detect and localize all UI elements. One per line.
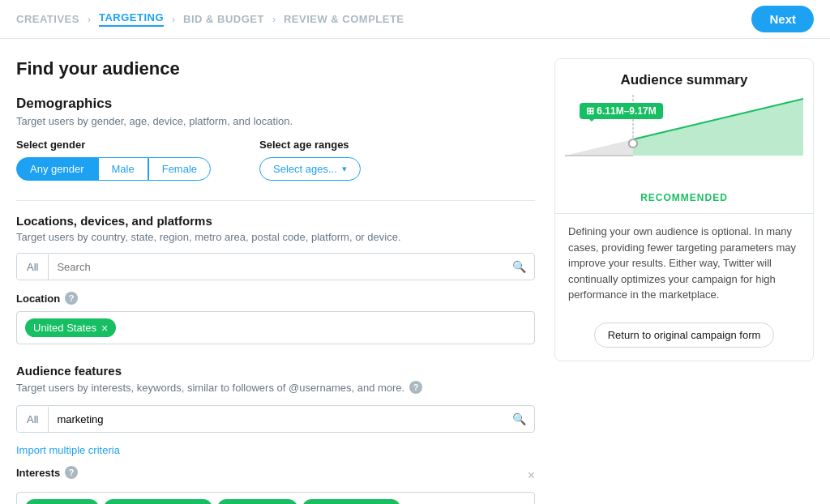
chart-tooltip: ⊞ 6.11M–9.17M xyxy=(580,103,663,119)
audience-search-icon: 🔍 xyxy=(504,406,534,432)
locations-search-prefix: All xyxy=(17,254,49,280)
interests-close-icon[interactable]: × xyxy=(528,468,535,483)
location-tag-us: United States × xyxy=(25,318,116,337)
demographics-section: Demographics Target users by gender, age… xyxy=(16,96,535,181)
gender-field: Select gender Any gender Male Female xyxy=(16,139,211,181)
chevron-icon-2: › xyxy=(172,14,175,25)
left-panel: Find your audience Demographics Target u… xyxy=(16,58,535,504)
location-label: Location xyxy=(16,293,60,305)
audience-features-help-icon[interactable]: ? xyxy=(409,381,422,394)
audience-features-desc: Target users by interests, keywords, sim… xyxy=(16,382,404,394)
locations-section: Locations, devices, and platforms Target… xyxy=(16,214,535,344)
page-title: Find your audience xyxy=(16,58,535,79)
summary-title: Audience summary xyxy=(555,59,813,95)
location-tag-remove[interactable]: × xyxy=(101,322,108,334)
interests-label: Interests xyxy=(16,467,60,479)
right-panel: Audience summary ⊞ 6.11M–9.17M xyxy=(554,58,814,504)
interest-tag-entrepreneurship: Entrepreneurship × xyxy=(104,499,212,504)
interests-label-row: Interests ? xyxy=(16,466,78,479)
audience-search-input[interactable] xyxy=(49,407,504,432)
interest-tag-advertising: Advertising × xyxy=(217,499,297,504)
gender-any-button[interactable]: Any gender xyxy=(16,157,98,181)
main-content: Find your audience Demographics Target u… xyxy=(0,39,830,504)
age-select-label: Select ages... xyxy=(273,163,337,175)
location-label-row: Location ? xyxy=(16,292,535,305)
interest-tag-small-business: Small business × xyxy=(302,499,401,504)
chart-area: ⊞ 6.11M–9.17M xyxy=(555,95,813,192)
locations-search-input[interactable] xyxy=(49,254,504,280)
step-review[interactable]: REVIEW & COMPLETE xyxy=(284,13,404,25)
next-button[interactable]: Next xyxy=(751,6,814,32)
divider-1 xyxy=(16,200,535,201)
audience-search-prefix: All xyxy=(17,407,49,432)
interests-help-icon[interactable]: ? xyxy=(65,466,78,479)
step-bid-budget[interactable]: BID & BUDGET xyxy=(183,13,264,25)
svg-point-4 xyxy=(629,139,638,147)
location-help-icon[interactable]: ? xyxy=(65,292,78,305)
step-creatives[interactable]: CREATIVES xyxy=(16,13,79,25)
chevron-icon-3: › xyxy=(272,14,276,25)
import-link[interactable]: Import multiple criteria xyxy=(16,444,535,456)
interests-header: Interests ? × xyxy=(16,466,535,485)
audience-search-bar[interactable]: All 🔍 xyxy=(16,405,535,433)
summary-card: Audience summary ⊞ 6.11M–9.17M xyxy=(554,58,814,361)
recommended-label: RECOMMENDED xyxy=(555,192,813,213)
breadcrumb-bar: CREATIVES › TARGETING › BID & BUDGET › R… xyxy=(0,0,830,39)
gender-label: Select gender xyxy=(16,139,211,151)
step-targeting[interactable]: TARGETING xyxy=(99,11,164,27)
audience-features-title: Audience features xyxy=(16,364,535,378)
demographics-desc: Target users by gender, age, device, pla… xyxy=(16,115,535,127)
locations-desc: Target users by country, state, region, … xyxy=(16,231,535,243)
breadcrumb-steps: CREATIVES › TARGETING › BID & BUDGET › R… xyxy=(16,11,404,27)
age-label: Select age ranges xyxy=(259,139,361,151)
age-select-button[interactable]: Select ages... ▾ xyxy=(259,157,361,181)
location-tag-label: United States xyxy=(33,322,96,334)
demographics-row: Select gender Any gender Male Female Sel… xyxy=(16,139,535,181)
interest-tag-marketing: Marketing × xyxy=(25,499,99,504)
chevron-icon-1: › xyxy=(88,14,91,25)
audience-features-section: Audience features Target users by intere… xyxy=(16,364,535,504)
gender-female-button[interactable]: Female xyxy=(148,157,211,181)
location-tags-container: United States × xyxy=(16,311,535,344)
summary-desc: Defining your own audience is optional. … xyxy=(555,213,813,313)
locations-title: Locations, devices, and platforms xyxy=(16,214,535,228)
interests-tags-container: Marketing × Entrepreneurship × Advertisi… xyxy=(16,492,535,504)
search-icon: 🔍 xyxy=(504,254,534,280)
chevron-down-icon: ▾ xyxy=(342,164,347,174)
gender-buttons: Any gender Male Female xyxy=(16,157,211,181)
demographics-title: Demographics xyxy=(16,96,535,112)
locations-search-bar[interactable]: All 🔍 xyxy=(16,253,535,280)
age-field: Select age ranges Select ages... ▾ xyxy=(259,139,361,181)
return-button[interactable]: Return to original campaign form xyxy=(594,322,775,348)
gender-male-button[interactable]: Male xyxy=(98,157,148,181)
svg-marker-0 xyxy=(565,139,633,156)
